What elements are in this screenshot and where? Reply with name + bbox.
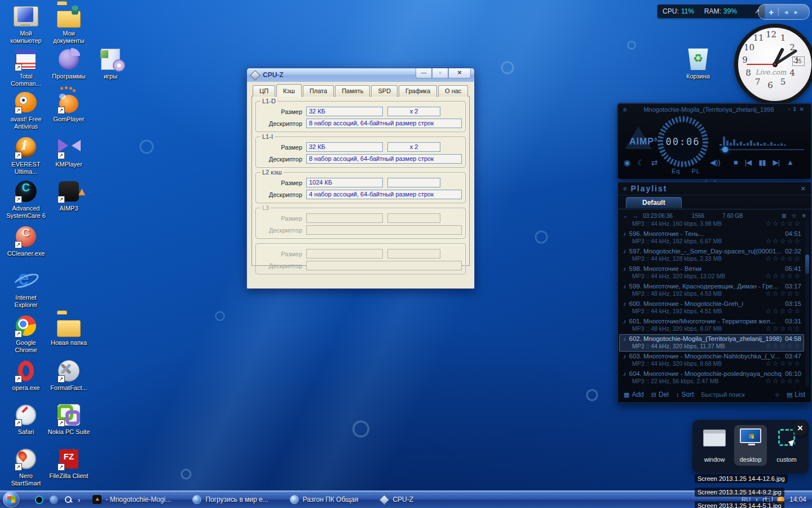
playlist-track[interactable]: ♪603. Многоточие - Mnogotochie-Nahlobych…: [619, 352, 804, 369]
multiplier-field[interactable]: [387, 178, 440, 187]
taskbar-app-globe[interactable]: Погрузись в мир е...: [192, 495, 268, 504]
desktop-icon-filezilla[interactable]: FileZilla Client: [47, 447, 90, 480]
cpuz-tab[interactable]: Кэш: [276, 84, 302, 97]
playlist-scrollbar[interactable]: [805, 220, 809, 387]
track-rating-stars[interactable]: ☆☆☆☆☆: [765, 342, 801, 350]
desktop-icon-kmplayer[interactable]: KMPlayer: [47, 135, 90, 168]
cpu-ram-gadget[interactable]: CPU: 11% RAM: 39% ↗: [657, 5, 765, 18]
track-rating-stars[interactable]: ☆☆☆☆☆: [765, 307, 801, 315]
descriptor-field[interactable]: 8 набор ассоций, 64-байтный размер строк: [306, 154, 462, 164]
track-rating-stars[interactable]: ☆☆☆☆☆: [765, 220, 801, 227]
screenshot-mode-window[interactable]: window: [698, 425, 731, 466]
gadget-prev-button[interactable]: ◄: [783, 9, 789, 15]
desktop-icon-avast[interactable]: avast! Free Antivirus: [5, 90, 47, 130]
desktop-icon-documents[interactable]: Мои документы: [47, 5, 90, 45]
aimp-playlist-button[interactable]: PL: [692, 168, 700, 174]
taskbar-clock[interactable]: 14:04: [789, 496, 806, 503]
scrollbar-thumb[interactable]: [805, 255, 809, 274]
desktop-icon-chrome[interactable]: Google Chrome: [5, 314, 47, 354]
desktop-icon-opera[interactable]: opera.exe: [5, 359, 47, 392]
aimp-sleep-icon[interactable]: ☾: [637, 158, 645, 167]
desktop-icon-recycle-bin[interactable]: Корзина: [677, 47, 720, 80]
descriptor-field[interactable]: 8 набор ассоций, 64-байтный размер строк: [306, 119, 462, 128]
screenshot-tool-close-button[interactable]: ✕: [793, 421, 807, 436]
desktop-icon-gom[interactable]: GomPlayer: [47, 90, 90, 123]
cpuz-tab[interactable]: Память: [335, 85, 370, 97]
cpuz-tab[interactable]: Графика: [399, 85, 437, 97]
start-button[interactable]: [3, 491, 20, 508]
size-field[interactable]: [306, 249, 383, 259]
taskbar-app-cpuz[interactable]: CPU-Z: [379, 495, 413, 504]
quicklaunch-search-icon[interactable]: [64, 496, 73, 504]
desktop-icon-totalcmd[interactable]: Total Comman...: [5, 47, 47, 87]
track-rating-stars[interactable]: ☆☆☆☆☆: [765, 325, 801, 332]
track-rating-stars[interactable]: ☆☆☆☆☆: [765, 360, 801, 367]
multiplier-field[interactable]: x 2: [387, 142, 440, 152]
playlist-rating-icon[interactable]: ☆: [791, 212, 797, 220]
close-button[interactable]: ✕: [448, 68, 471, 78]
track-rating-stars[interactable]: ☆☆☆☆☆: [765, 377, 801, 385]
playlist-queue-icon[interactable]: ≣: [782, 212, 787, 220]
playlist-track[interactable]: ♪599. Многоточие, Краснодеревщик, Диман …: [619, 282, 804, 299]
desktop-icon-nokia[interactable]: Nokia PC Suite: [47, 403, 90, 436]
descriptor-field[interactable]: [306, 225, 462, 235]
playlist-menu-icon[interactable]: ≡: [623, 185, 626, 192]
taskbar-app-aimp[interactable]: - Mnogotochie-Mogi...: [92, 495, 171, 504]
desktop-icon-nero[interactable]: Nero StartSmart: [5, 447, 47, 487]
aimp-mute-icon[interactable]: ◀)): [710, 158, 721, 167]
cpuz-tab[interactable]: Плата: [303, 85, 334, 97]
clock-gadget[interactable]: 121234567891011 Live.com 25: [734, 24, 812, 105]
playlist-settings-icon[interactable]: ✳: [801, 212, 806, 220]
track-rating-stars[interactable]: ☆☆☆☆☆: [765, 272, 801, 280]
aimp-pause-button[interactable]: ▮▮: [758, 158, 765, 167]
desktop-icon-ie[interactable]: Internet Explorer: [5, 269, 47, 309]
desktop-icon-aimp[interactable]: AIMP3: [47, 179, 90, 212]
quicklaunch-browser-icon[interactable]: [50, 496, 58, 504]
desktop-icon-computer[interactable]: Мой компьютер: [5, 5, 47, 45]
playlist-del-button[interactable]: Del: [659, 391, 669, 398]
aimp-menu-icon[interactable]: ≡: [623, 106, 626, 113]
aimp-seek-ring[interactable]: 00:06: [657, 116, 708, 167]
track-rating-stars[interactable]: ☆☆☆☆☆: [765, 290, 801, 297]
screenshot-file-item[interactable]: Screen 2013.1.25 14-4-9.2.jpg: [695, 487, 788, 497]
playlist-track[interactable]: ♪597. Mnogotochie_-_Some_Day-spaces_ru[(…: [619, 247, 804, 264]
playlist-track[interactable]: ♪600. Многоточие - Mnogotochie-Greh_i03:…: [619, 299, 804, 317]
track-rating-stars[interactable]: ☆☆☆☆☆: [765, 237, 801, 245]
desktop-icon-asc[interactable]: Advanced SystemCare 6: [5, 179, 47, 220]
add-gadget-button[interactable]: +: [769, 7, 774, 17]
playlist-add-button[interactable]: Add: [632, 391, 643, 398]
desktop-icon-ccleaner[interactable]: CCleaner.exe: [5, 225, 47, 257]
playlist-prev-icon[interactable]: ←: [623, 212, 629, 219]
playlist-quick-search[interactable]: Быстрый поиск: [701, 391, 745, 398]
screenshot-file-item[interactable]: Screen 2013.1.25 14-4-12.6.jpg: [695, 473, 788, 483]
minimize-button[interactable]: —: [416, 68, 432, 78]
aimp-pin-button[interactable]: ⇕: [792, 106, 799, 112]
aimp-shuffle-icon[interactable]: ⇄: [651, 158, 658, 167]
playlist-track[interactable]: ♪596. Многоточие - Тень...04:51MP3 :: 44…: [619, 229, 804, 247]
playlist-tab-default[interactable]: Default: [626, 197, 682, 208]
screenshot-file-item[interactable]: Screen 2013.1.25 14-4-5.1.jpg: [695, 500, 788, 508]
aimp-track-title[interactable]: Mnogotochie-Mogila_(Territoriya_zhelanij…: [635, 106, 783, 113]
desktop-icon-games[interactable]: игры: [89, 47, 132, 80]
aimp-next-button[interactable]: ▶|: [773, 158, 779, 167]
cpuz-tab[interactable]: О нас: [438, 85, 468, 97]
desktop-icon-programs[interactable]: Программы: [47, 47, 90, 80]
size-field[interactable]: 32 КБ: [306, 107, 383, 116]
aimp-stop-button[interactable]: ■: [734, 158, 738, 167]
size-field[interactable]: 32 КБ: [306, 142, 383, 152]
playlist-titlebar[interactable]: ≡ Playlist ✕: [618, 182, 811, 195]
playlist-track[interactable]: ♪602. Mnogotochie-Mogila_(Territoriya_zh…: [619, 334, 804, 352]
playlist-track[interactable]: ♪598. Многоточие - Ветки05:41MP3 :: 44 k…: [619, 264, 804, 282]
size-field[interactable]: 1024 КБ: [306, 178, 383, 187]
multiplier-field[interactable]: [387, 213, 440, 223]
search-icon[interactable]: ○: [775, 391, 779, 398]
playlist-sort-button[interactable]: Sort: [682, 391, 694, 398]
size-field[interactable]: [306, 213, 383, 223]
multiplier-field[interactable]: x 2: [387, 107, 440, 116]
playlist-track[interactable]: ♪604. Многоточие - Mnogotochie-poslednya…: [619, 369, 804, 387]
cpuz-tab[interactable]: SPD: [371, 85, 398, 97]
desktop-icon-safari[interactable]: Safari: [5, 403, 47, 436]
quicklaunch-systemcare-icon[interactable]: [35, 496, 43, 504]
multiplier-field[interactable]: [387, 249, 440, 259]
taskbar-app-globe2[interactable]: Разгон ПК Общая: [290, 495, 359, 504]
